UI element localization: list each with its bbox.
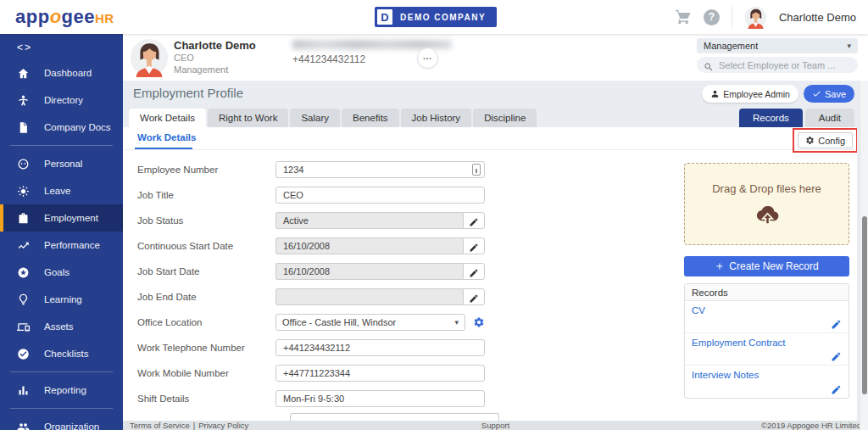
save-button[interactable]: Save	[804, 85, 854, 103]
employee-job-title: CEO	[174, 53, 194, 63]
side-tabs: Records Audit	[739, 109, 854, 127]
config-button[interactable]: Config	[798, 132, 853, 148]
edit-job-end-date-button[interactable]	[463, 288, 485, 305]
tab-benefits[interactable]: Benefits	[342, 109, 399, 127]
employee-search-input[interactable]	[719, 60, 846, 70]
records-card-header: Records	[685, 284, 849, 301]
job-status-input	[275, 212, 463, 229]
edit-record-icon[interactable]	[831, 383, 842, 394]
records-column: Drag & Drop files here Create New Record…	[684, 163, 849, 399]
employee-admin-button[interactable]: Employee Admin	[702, 85, 798, 103]
chevron-down-icon: ▾	[454, 318, 459, 327]
sidebar-item-checklists[interactable]: Checklists	[0, 340, 123, 367]
document-icon	[17, 121, 30, 134]
tab-records[interactable]: Records	[739, 109, 803, 127]
page-actions: Employee Admin Save	[702, 85, 854, 103]
sidebar-item-leave[interactable]: Leave	[0, 177, 123, 204]
tab-work-details[interactable]: Work Details	[129, 109, 206, 127]
copyright-text: ©2019 Appogee HR Limited	[761, 421, 861, 430]
record-link[interactable]: CV	[692, 305, 705, 316]
edit-continuous-start-date-button[interactable]	[463, 237, 485, 254]
check-circle-icon	[17, 348, 30, 360]
sun-icon	[17, 185, 30, 198]
main-content: Charlotte Demo CEO Management +441234432…	[123, 34, 868, 430]
shift-details-input[interactable]	[275, 390, 485, 407]
sidebar-item-organization[interactable]: Organization	[0, 413, 123, 430]
team-selector-dropdown[interactable]: Management ▾	[697, 38, 858, 53]
terms-of-service-link[interactable]: Terms of Service	[130, 421, 190, 430]
continuous-start-date-input	[275, 237, 463, 254]
edit-record-icon[interactable]	[831, 318, 842, 329]
edit-record-icon[interactable]	[831, 350, 842, 361]
sidebar-item-employment[interactable]: Employment	[0, 204, 123, 232]
page-scrollbar	[860, 81, 868, 430]
record-link[interactable]: Interview Notes	[692, 370, 759, 380]
privacy-policy-link[interactable]: Privacy Policy	[198, 421, 248, 430]
sidebar-item-goals[interactable]: Goals	[0, 259, 123, 286]
record-row-interview-notes: Interview Notes	[685, 366, 849, 398]
app-window: appogeeHR D DEMO COMPANY ? Charlotte Dem…	[0, 0, 868, 430]
sidebar-divider	[10, 145, 113, 146]
person-icon	[710, 89, 720, 98]
record-link[interactable]: Employment Contract	[692, 338, 786, 348]
edit-job-start-date-button[interactable]	[463, 263, 485, 280]
scrollbar-thumb[interactable]	[862, 216, 867, 394]
tab-salary[interactable]: Salary	[290, 109, 340, 127]
tab-right-to-work[interactable]: Right to Work	[208, 109, 288, 127]
help-icon[interactable]: ?	[704, 9, 720, 25]
face-icon	[17, 158, 30, 170]
work-details-panel: Work Details Config Employee Number	[123, 127, 857, 421]
sidebar-item-learning[interactable]: Learning	[0, 286, 123, 313]
cart-icon[interactable]	[675, 8, 692, 25]
topbar-actions: ? Charlotte Demo	[675, 0, 860, 34]
appogee-hr-logo[interactable]: appogeeHR	[15, 6, 114, 28]
support-link[interactable]: Support	[481, 421, 509, 430]
page-title: Employment Profile	[133, 86, 243, 100]
sidebar-item-performance[interactable]: Performance	[0, 232, 123, 259]
cloud-upload-icon	[754, 202, 780, 227]
file-dropzone[interactable]: Drag & Drop files here	[684, 163, 849, 245]
records-card: Records CV Employment Contract Interview…	[684, 283, 849, 399]
sidebar-item-directory[interactable]: Directory	[0, 87, 123, 114]
employee-team: Management	[174, 64, 228, 75]
devices-icon	[17, 321, 30, 333]
briefcase-icon	[17, 212, 30, 225]
user-menu[interactable]: Charlotte Demo	[779, 11, 860, 24]
config-highlight-annotation: Config	[793, 128, 857, 153]
footer-separator: |	[193, 421, 195, 430]
edit-job-status-button[interactable]	[463, 212, 485, 229]
job-end-date-input	[275, 288, 463, 305]
employee-avatar	[130, 38, 169, 77]
create-new-record-button[interactable]: Create New Record	[684, 256, 849, 276]
sidebar-item-dashboard[interactable]: Dashboard	[0, 59, 123, 87]
sidebar-item-assets[interactable]: Assets	[0, 313, 123, 340]
company-badge-label: DEMO COMPANY	[392, 13, 494, 22]
work-mobile-input[interactable]	[275, 365, 485, 382]
sidebar-item-company-docs[interactable]: Company Docs	[0, 114, 123, 141]
user-avatar[interactable]	[744, 6, 767, 29]
sidebar-collapse-toggle[interactable]: <>	[0, 34, 123, 59]
footer-links: Terms of Service | Privacy Policy	[130, 421, 248, 430]
employee-name: Charlotte Demo	[174, 39, 256, 52]
sidebar-item-reporting[interactable]: Reporting	[0, 377, 123, 404]
tab-job-history[interactable]: Job History	[401, 109, 472, 127]
profile-tabs: Work Details Right to Work Salary Benefi…	[129, 109, 537, 127]
job-title-input[interactable]	[275, 187, 485, 204]
trending-up-icon	[17, 239, 30, 252]
work-telephone-input[interactable]	[275, 339, 485, 356]
employee-profile-header: Charlotte Demo CEO Management +441234432…	[123, 34, 868, 81]
employee-search	[697, 57, 858, 73]
sidebar-item-personal[interactable]: Personal	[0, 150, 123, 177]
office-location-settings-icon[interactable]	[473, 316, 485, 328]
subtab-work-details[interactable]: Work Details	[137, 132, 196, 142]
lightbulb-icon	[17, 293, 30, 306]
search-icon	[704, 60, 714, 70]
tab-discipline[interactable]: Discipline	[473, 109, 537, 127]
people-icon	[17, 421, 30, 430]
tab-audit[interactable]: Audit	[805, 109, 854, 127]
employee-number-input[interactable]	[275, 161, 485, 178]
office-location-select[interactable]: Office - Castle Hill, Windsor ▾	[275, 314, 465, 331]
chevron-down-icon: ▾	[847, 42, 851, 50]
more-options-button[interactable]: •••	[417, 47, 438, 69]
pencil-icon	[469, 215, 479, 226]
